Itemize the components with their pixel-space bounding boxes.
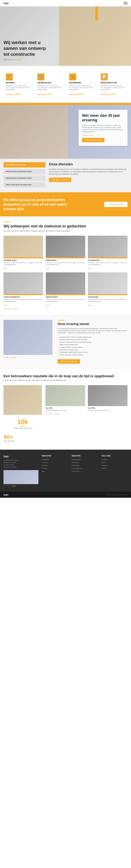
footer-social-item-2[interactable]: Instagram <box>101 465 128 467</box>
exp-stats-credit-link[interactable]: Freepik <box>12 356 16 358</box>
btn-design2[interactable]: DESIGN BUILD DESIGN-ASSIST <box>3 176 45 181</box>
rep-card-img-1 <box>88 385 128 406</box>
footer: logo 123 Erft Straat 27 Street Brooklyn,… <box>0 450 131 492</box>
footer-social-item-3[interactable]: LinkedIn <box>101 467 128 470</box>
future-card-link-1[interactable]: MEER <box>46 268 49 269</box>
btn-design1[interactable]: DESIGN BUILD DESIGN-ASSIST <box>3 169 45 174</box>
exp-stats-btn[interactable]: KOM MEER TE WETEN <box>58 359 80 364</box>
footer-bar: logo © 2023 Alle rechten voorbehouden <box>0 492 131 498</box>
services-list-left: ALGEMEEN AANNEMER DESIGN BUILD DESIGN-AS… <box>3 162 45 189</box>
exp-stats-image <box>3 320 53 355</box>
cta-text: We willen graag uw projectbehoeften besp… <box>3 197 70 211</box>
exp-title: Met meer dan 30 jaar ervaring <box>82 113 124 123</box>
service-icon-engineering: 🏗️ <box>69 73 76 81</box>
future-card-title-4: WERKRUIMTEN <box>46 296 86 298</box>
footer-image <box>3 470 38 484</box>
exp-orange-bar <box>0 103 131 105</box>
footer-nav-item-3[interactable]: Contact <box>42 467 68 470</box>
service-text-ontwikkeling: Sample text. Click to select the text bo… <box>37 85 62 91</box>
hero-credit: Afbeelding van Freepik <box>3 59 53 61</box>
footer-nav-item-2[interactable]: Diensten <box>42 465 68 467</box>
exp-list-item-3: Integer sit amet porttitor nulla <box>58 344 128 346</box>
btn-algemeen[interactable]: ALGEMEEN AANNEMER <box>3 162 45 167</box>
btn-preconstruct[interactable]: PRE-CONSTRUCTIE DIENSTEN <box>3 182 45 187</box>
footer-nav-item-4[interactable]: Blog <box>42 470 68 472</box>
footer-nav-item-0[interactable]: Startpagina <box>42 459 68 461</box>
stat-block-2: 40+ Jaren gepasseerd <box>3 431 42 444</box>
future-card-link-2[interactable]: MEER <box>88 268 91 269</box>
exp-stats-right: Onze ervaring omvat: Als toonaangevende … <box>58 320 128 364</box>
exp-list-item-0: Lormipsum dolor sit amet consectetur adi… <box>58 336 128 338</box>
footer-nav-item-1[interactable]: Over ons <box>42 462 68 464</box>
reputation-inner: 10k Afgeronde projecten 40+ Jaren gepass… <box>3 385 128 444</box>
future-card-3: CIVIELE INGENIEURS Sample text. Click to… <box>3 272 43 307</box>
rep-card-img-0 <box>45 385 85 406</box>
footer-credit-link[interactable]: Freepik <box>12 485 16 486</box>
hero-credit-link[interactable]: Freepik <box>15 59 21 61</box>
service-title-ontwerp: ONTWERP <box>6 82 30 84</box>
hero-title: Wij werken met u samen van ontwerp tot c… <box>3 40 53 57</box>
future-card-0: ONTWERP-BUILD Sample text. Click to sele… <box>3 236 43 270</box>
future-card-img-4 <box>46 272 86 295</box>
hamburger-menu[interactable] <box>124 2 128 4</box>
service-link-ontwikkeling[interactable]: KOM MEER TE WETEN <box>37 94 52 95</box>
future-card-text-4: Sample text. Click to select the text bo… <box>46 299 86 302</box>
service-link-ontwerp[interactable]: KOM MEER TE WETEN <box>6 94 21 95</box>
footer-address-line3: +1 800 234 5678 <box>3 464 38 466</box>
exp-stats-text: Als toonaangevende aannemer en projecton… <box>58 328 128 334</box>
future-card-img-0 <box>3 236 43 258</box>
reputation-credit-link[interactable]: Freepik <box>55 413 59 414</box>
future-card-link-4[interactable]: MEER <box>46 305 49 306</box>
future-credit-link[interactable]: Freepik <box>13 308 17 309</box>
footer-col-nav: Navigatie Startpagina Over ons Diensten … <box>42 455 68 486</box>
future-card-title-0: ONTWERP-BUILD <box>3 259 43 261</box>
hero-section: Wij werken met u samen van ontwerp tot c… <box>0 6 131 66</box>
stat-number-2: 40+ <box>3 434 42 440</box>
experience-section: Met meer dan 30 jaar ervaring Habitant m… <box>0 103 131 159</box>
exp-credit: Image from Freepik <box>82 135 124 136</box>
footer-col-social: Volg ons Facebook Twitter Instagram Link… <box>101 455 128 486</box>
future-title: Wij ontwerpen met de toekomst in gedacht… <box>3 224 128 228</box>
exp-content-box: Met meer dan 30 jaar ervaring Habitant m… <box>78 110 128 146</box>
footer-right: Navigatie Startpagina Over ons Diensten … <box>42 455 128 486</box>
cta-btn[interactable]: LATEN WE PRATEN <box>104 202 128 207</box>
cta-section: We willen graag uw projectbehoeften besp… <box>0 192 131 216</box>
exp-credit-link[interactable]: Freepik <box>89 135 93 136</box>
rep-cards-grid: Card Title Sample text description for t… <box>45 385 128 411</box>
future-grid-top: ONTWERP-BUILD Sample text. Click to sele… <box>3 236 128 270</box>
footer-service-item-3[interactable]: Civiele Ingenieurs <box>72 467 98 470</box>
future-card-5: HUISVESTING Sample text. Click to select… <box>88 272 128 307</box>
future-card-title-2: STADSBUNTEN <box>88 259 128 261</box>
footer-service-item-4[interactable]: Werkruimten <box>72 470 98 472</box>
future-card-link-3[interactable]: MEER <box>3 305 7 306</box>
footer-address-line4: name@example.com <box>3 466 38 468</box>
future-card-link-0[interactable]: MEER <box>3 268 7 269</box>
services-list-btn[interactable]: KOM MEER TE WETEN <box>49 178 71 182</box>
future-orange-line <box>3 222 10 222</box>
rep-card-text-1: Sample text description for this card. <box>88 410 128 411</box>
rep-card-0: Card Title Sample text description for t… <box>45 385 85 411</box>
service-link-engineering[interactable]: KOM MEER TE WETEN <box>69 94 84 95</box>
footer-social-item-1[interactable]: Twitter <box>101 462 128 464</box>
hero-content: Wij werken met u samen van ontwerp tot c… <box>3 40 53 61</box>
footer-service-item-2[interactable]: Stadsbunten <box>72 465 98 467</box>
future-card-link-5[interactable]: MEER <box>88 305 91 306</box>
service-text-infra: Sample text. Click to select the text bo… <box>101 85 125 91</box>
services-grid-section: 🔧 ONTWERP Sample text. Click to select t… <box>0 66 131 103</box>
footer-service-item-1[interactable]: Verbouwing <box>72 462 98 464</box>
service-card-ontwikkeling: ⚙️ ONTWIKKELING Sample text. Click to se… <box>35 71 64 98</box>
footer-service-item-0[interactable]: Ontwerp-Build <box>72 459 98 461</box>
reputation-text: Sample text. Click to select the text bo… <box>3 379 128 382</box>
stat-divider-1 <box>20 426 25 427</box>
service-icon-ontwikkeling: ⚙️ <box>37 73 44 81</box>
footer-col-services: Diensten Ontwerp-Build Verbouwing Stadsb… <box>72 455 98 486</box>
exp-list-item-7: Ultrices vitae auctor mi ipsum faucibus <box>58 354 128 356</box>
service-link-infra[interactable]: KOM MEER TE WETEN <box>101 94 116 95</box>
footer-left: logo 123 Erft Straat 27 Street Brooklyn,… <box>3 455 38 486</box>
exp-btn[interactable]: KOM MEER TE WETEN <box>82 138 104 142</box>
future-card-text-1: Sample text. Click to select the text bo… <box>46 262 86 266</box>
rep-card-title-0: Card Title <box>45 407 85 409</box>
service-icon-infra: 📊 <box>101 73 108 81</box>
footer-social-item-0[interactable]: Facebook <box>101 459 128 461</box>
hero-image <box>59 6 131 66</box>
